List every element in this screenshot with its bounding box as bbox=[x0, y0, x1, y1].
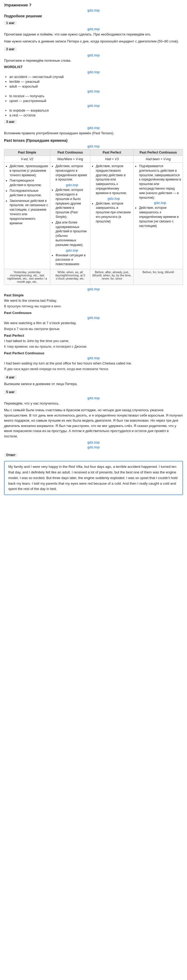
watermark-14: gdz.top bbox=[4, 316, 183, 320]
watermark-9: gdz.top bbox=[56, 183, 89, 187]
forms-row: V-ed, V2 Was/Were + V-ing Had + V3 Had b… bbox=[4, 156, 183, 162]
step-3-label: 3 шаг bbox=[4, 119, 17, 124]
usage-pp-2: Действие, которое завершилось в прошлом … bbox=[96, 201, 132, 224]
step-4-text: Выпишем записи в дневнике от лица Питера… bbox=[4, 381, 183, 387]
step-1-label: 1 шаг bbox=[4, 21, 17, 25]
usage-pp-1: Действие, которое предшествовало другому… bbox=[96, 164, 132, 196]
tense-section-title: Past tenses (Прошедшие времена) bbox=[4, 138, 183, 143]
word-4: to receive — получать bbox=[10, 94, 183, 98]
watermark-6: gdz.top bbox=[4, 103, 183, 108]
usage-ps-3: Последовательные действия в прошлом; bbox=[10, 189, 48, 197]
usage-pc: Действие, которое происходило в определё… bbox=[50, 162, 90, 269]
watermark-15: gdz.top bbox=[4, 356, 183, 360]
ru-translation: Мы с семьёй были очень счастливы в Красн… bbox=[4, 407, 183, 439]
example-ppc-en: I had been waiting my turn at the post o… bbox=[4, 361, 183, 366]
usage-ps-1: Действие, произошедшее в прошлом (с указ… bbox=[10, 164, 48, 177]
form-ppc: Had been + V-ing bbox=[134, 156, 183, 162]
watermark-1: gdz.top bbox=[4, 8, 183, 12]
usage-ps-2: Повторяющееся действия в прошлом; bbox=[10, 178, 48, 188]
usage-ps: Действие, произошедшее в прошлом (с указ… bbox=[4, 162, 50, 269]
signals-row: Yesterday, yesterday morning/evening, et… bbox=[4, 269, 183, 285]
watermark-11: gdz.top bbox=[96, 197, 132, 200]
col-header-past-continuous: Past Continuous bbox=[50, 149, 90, 156]
form-pp: Had + V3 bbox=[90, 156, 134, 162]
example-pp-ru: К тому времени, как вы пришли, я поговор… bbox=[4, 344, 183, 349]
step-2-label: 2 шаг bbox=[4, 47, 17, 51]
step-1-task: Нам нужно написать в дневник записи Пите… bbox=[4, 39, 183, 44]
watermark-2: gdz.top bbox=[4, 27, 183, 31]
word-5: upset — расстроенный bbox=[10, 99, 183, 103]
col-header-past-perfect-continuous: Past Perfect Continuous bbox=[134, 149, 183, 156]
watermark-17: gdz.top bbox=[4, 440, 183, 444]
usage-pc-4: Фоновая ситуация в рассказах и повествов… bbox=[56, 253, 89, 267]
example-ps-ru: В прошлую пятницу мы ходили в кино. bbox=[4, 304, 183, 309]
example-past-continuous: Past Continuous gdz.top We were watching… bbox=[4, 311, 183, 331]
watermark-13: gdz.top bbox=[4, 287, 183, 291]
word-3: adult — взрослый bbox=[10, 84, 183, 88]
step-2-text: Прочитаем и переведём полезные слова. bbox=[4, 58, 183, 63]
watermark-7: gdz.top bbox=[4, 126, 183, 130]
wordlist: an accident — несчастный случай terrible… bbox=[4, 75, 183, 117]
example-past-perfect: Past Perfect I had talked to John by the… bbox=[4, 334, 183, 349]
example-past-simple: Past Simple We went to the cinema last F… bbox=[4, 293, 183, 309]
answer-text: My family and I were very happy in the R… bbox=[8, 465, 177, 491]
example-pc-title: Past Continuous bbox=[4, 311, 183, 315]
solution-label: Подробное решение bbox=[4, 14, 183, 18]
usage-ppc-2: Действие, которое завершилось к определё… bbox=[139, 205, 181, 228]
watermark-5: gdz.top bbox=[4, 89, 183, 93]
watermark-10: gdz.top bbox=[56, 248, 89, 252]
example-past-perfect-continuous: Past Perfect Continuous gdz.top I had be… bbox=[4, 351, 183, 371]
step-4-label: 4 шаг bbox=[4, 375, 17, 379]
usage-row: Действие, произошедшее в прошлом (с указ… bbox=[4, 162, 183, 269]
usage-ppc-1: Подчёркивается длительность действия в п… bbox=[139, 164, 181, 200]
col-header-past-perfect: Past Perfect bbox=[90, 149, 134, 156]
example-ppc-ru: Я два часа ждал своей очереди на почте, … bbox=[4, 367, 183, 371]
example-pp-en: I had talked to John by the time you cam… bbox=[4, 338, 183, 344]
watermark-18: gdz.top bbox=[4, 445, 183, 449]
example-pc-en: We were watching a film at 7 o'clock yes… bbox=[4, 320, 183, 326]
usage-pc-2: Действие, которое происходило в прошлом … bbox=[56, 188, 89, 219]
example-pp-title: Past Perfect bbox=[4, 334, 183, 337]
usage-pc-1: Действие, которое происходило в определё… bbox=[56, 164, 89, 182]
wordlist-title: WORDLIST bbox=[4, 65, 183, 69]
form-pc: Was/Were + V-ing bbox=[50, 156, 90, 162]
word-2: terrible — ужасный bbox=[10, 80, 183, 84]
step-5-label: 5 шаг bbox=[4, 390, 17, 394]
step-3-text: Вспомним правила употребления прошедших … bbox=[4, 130, 183, 136]
example-pc-ru: Вчера в 7 часов мы смотрели фильм. bbox=[4, 327, 183, 331]
watermark-16: gdz.top bbox=[4, 396, 183, 400]
col-header-past-simple: Past Simple bbox=[4, 149, 50, 156]
exercise-title: Упражнение 7 bbox=[4, 3, 183, 7]
signal-pc: While, when, as, all day/night/morning, … bbox=[50, 269, 90, 285]
usage-pp: Действие, которое предшествовало другому… bbox=[90, 162, 134, 269]
usage-ppc: Подчёркивается длительность действия в п… bbox=[134, 162, 183, 269]
watermark-3: gdz.top bbox=[4, 53, 183, 57]
signal-pp: Before, after, already, just, till/until… bbox=[90, 269, 134, 285]
answer-label: Ответ bbox=[4, 453, 18, 457]
step-1-text: Прочитаем задание и поймём, что нам нужн… bbox=[4, 32, 183, 37]
signal-ppc: Before, for, long, till/until bbox=[134, 269, 183, 285]
example-ps-title: Past Simple bbox=[4, 293, 183, 297]
watermark-12: gdz.top bbox=[139, 201, 181, 205]
word-6: to explode — взорваться bbox=[10, 108, 183, 113]
form-ps: V-ed, V2 bbox=[4, 156, 50, 162]
tense-table: Past Simple Past Continuous Past Perfect… bbox=[4, 149, 183, 285]
page: Упражнение 7 gdz.top Подробное решение 1… bbox=[0, 0, 187, 498]
signal-ps: Yesterday, yesterday morning/evening, et… bbox=[4, 269, 50, 285]
watermark-4: gdz.top bbox=[4, 70, 183, 74]
usage-pc-3: Два или более одновременных действий в п… bbox=[56, 220, 89, 247]
example-ps-en: We went to the cinema last Friday. bbox=[4, 298, 183, 303]
answer-box: My family and I were very happy in the R… bbox=[4, 461, 183, 495]
usage-ps-4: Законченные действия в прошлом, не связа… bbox=[10, 199, 48, 226]
word-7: a rest — остаток bbox=[10, 113, 183, 117]
watermark-8: gdz.top bbox=[4, 144, 183, 148]
step-5-text: Переведём, что у нас получилось. bbox=[4, 401, 183, 406]
word-1: an accident — несчастный случай bbox=[10, 75, 183, 79]
example-ppc-title: Past Perfect Continuous bbox=[4, 351, 183, 355]
